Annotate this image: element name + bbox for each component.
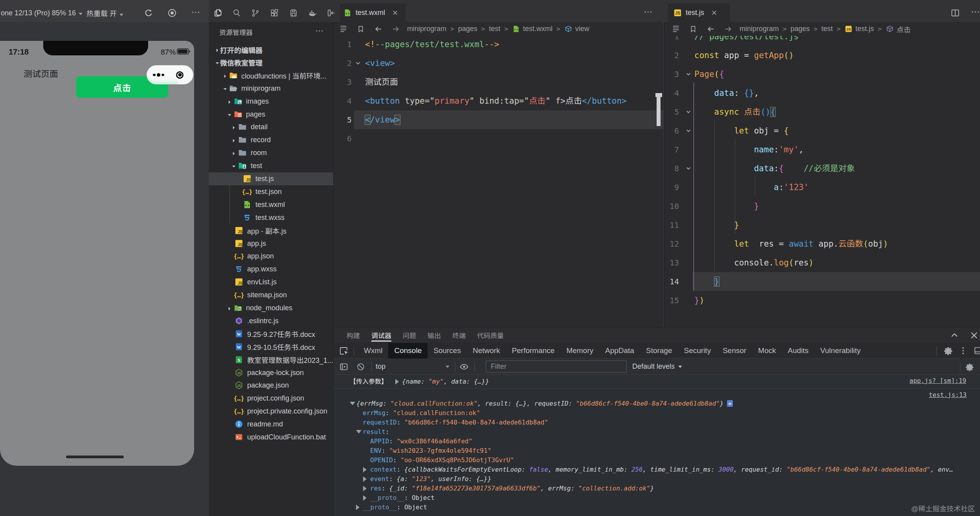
filter-input[interactable]: Filter	[486, 360, 627, 373]
nav-forward-icon[interactable]	[391, 24, 400, 34]
console-property-row[interactable]: result:	[363, 427, 389, 437]
devtools-settings-button[interactable]	[943, 346, 953, 355]
tree-item-_[interactable]: 打开的编辑器	[209, 43, 333, 56]
tree-item-package-lock.json[interactable]: JSpackage-lock.json	[209, 366, 333, 379]
tab-test-wxml[interactable]: test.wxml✕	[338, 4, 406, 22]
breadcrumb-item[interactable]: test	[489, 25, 500, 33]
console-property-row[interactable]: requestID: "b66d86cf-f540-4be0-8a74-aded…	[363, 418, 548, 427]
tree-item-app_-_.js[interactable]: JSapp - 副本.js	[209, 224, 333, 237]
devtools-tab-AppData[interactable]: AppData	[599, 343, 640, 359]
eye-button[interactable]	[459, 362, 469, 371]
expand-arrow-icon[interactable]	[356, 505, 360, 510]
outline-icon[interactable]	[339, 24, 348, 33]
expand-arrow-icon[interactable]	[395, 379, 399, 384]
editor-actions-more[interactable]: ⋯	[644, 7, 653, 17]
device-selector[interactable]: one 12/13 (Pro) 85% 16	[1, 9, 83, 17]
expand-arrow-icon[interactable]	[363, 495, 367, 501]
panel-tab-输出[interactable]: 输出	[428, 328, 441, 343]
breadcrumb-item[interactable]: miniprogram	[740, 25, 779, 33]
console-object-preview[interactable]: {name: "my", data: {…}}	[402, 377, 489, 386]
collapse-panel-button[interactable]	[950, 331, 959, 342]
tree-item-miniprogram[interactable]: miniprogram	[209, 82, 333, 95]
tree-item-uploadCloudFunction.bat[interactable]: uploadCloudFunction.bat	[209, 431, 333, 444]
expand-arrow-icon[interactable]	[350, 402, 355, 405]
breadcrumb-item[interactable]: view	[575, 25, 589, 33]
source-link[interactable]: test.js:13	[929, 391, 967, 399]
tree-item-detail[interactable]: detail	[209, 121, 333, 134]
tree-item-cloudfunctions_...[interactable]: cloudfunctions | 当前环境...	[209, 69, 333, 82]
tree-item-9.29-10.5_.docx[interactable]: W9.29-10.5任务书.docx	[209, 340, 333, 353]
source-link[interactable]: app.js? [sm]:19	[910, 377, 967, 384]
tree-item-project.private.config.json[interactable]: {…}project.private.config.json	[209, 405, 333, 418]
fold-chevron-icon[interactable]	[355, 60, 361, 66]
console-property-row[interactable]: APPID: "wx0c386f46a46a6fed"	[370, 437, 472, 446]
console-message[interactable]: 【传入参数】{name: "my", data: {…}}app.js? [sm…	[334, 375, 980, 389]
devtools-tab-Memory[interactable]: Memory	[560, 343, 599, 359]
devtools-tab-Console[interactable]: Console	[388, 343, 428, 359]
bookmark-icon[interactable]	[689, 24, 697, 33]
editor-actions-more[interactable]: ⋯	[971, 7, 980, 17]
editor-wxml[interactable]: miniprogram>pages>test>test.wxml>view1<!…	[333, 22, 663, 327]
devtools-tab-Mock[interactable]: Mock	[752, 343, 782, 359]
console-property-row[interactable]: {errMsg: "cloud.callFunction:ok", result…	[356, 399, 733, 408]
context-selector[interactable]: top	[376, 362, 450, 371]
hot-reload-toggle[interactable]: 热重载 开	[86, 8, 123, 18]
console-property-row[interactable]: res: {_id: "f18e14fa652273e301757a9a6633…	[370, 484, 654, 493]
panel-tab-终端[interactable]: 终端	[452, 328, 466, 343]
tree-item-test.wxml[interactable]: test.wxml	[209, 198, 333, 211]
tree-item-package.json[interactable]: JSpackage.json	[209, 379, 333, 392]
console-property-row[interactable]: event: {a: "123", userInfo: {…}}	[370, 474, 491, 484]
panel-tab-问题[interactable]: 问题	[403, 328, 416, 343]
nav-forward-icon[interactable]	[723, 24, 733, 34]
tree-item-record[interactable]: record	[209, 134, 333, 146]
tree-item-test[interactable]: test	[209, 159, 333, 172]
split-editor-button[interactable]	[950, 8, 960, 18]
console-property-row[interactable]: __proto__: Object	[363, 503, 427, 512]
panel-tab-构建[interactable]: 构建	[347, 328, 360, 343]
close-panel-button[interactable]	[969, 331, 979, 342]
expand-arrow-icon[interactable]	[363, 467, 367, 472]
breadcrumb-item[interactable]: test.wxml	[523, 25, 552, 33]
tree-item-_[interactable]: 微信教室管理	[209, 56, 333, 69]
tree-item-test.js[interactable]: JStest.js	[209, 172, 333, 185]
devtools-tab-Vulnerability[interactable]: Vulnerability	[815, 343, 867, 359]
tree-item-test.wxss[interactable]: test.wxss	[209, 211, 333, 224]
devtools-tab-Performance[interactable]: Performance	[506, 343, 561, 359]
breadcrumb-item[interactable]: miniprogram	[407, 25, 446, 33]
log-levels-selector[interactable]: Default levels	[632, 362, 682, 371]
tab-test-js[interactable]: JStest.js✕	[668, 4, 730, 22]
explorer-more-button[interactable]: ⋯	[316, 26, 324, 35]
devtools-more-button[interactable]	[958, 346, 968, 355]
close-icon[interactable]: ✕	[392, 9, 398, 17]
console-property-row[interactable]: OPENID: "oo-OR66xdXSq8Pn5JD6otjT3GvrU"	[370, 456, 514, 465]
tree-item-test.json[interactable]: {…}test.json	[209, 185, 333, 198]
nav-back-icon[interactable]	[706, 24, 716, 34]
simulator-more-button[interactable]: ⋯	[191, 7, 201, 17]
stop-button[interactable]	[167, 8, 177, 18]
devtools-tab-Network[interactable]: Network	[467, 343, 506, 359]
inspect-element-button[interactable]	[339, 345, 350, 356]
fold-chevron-icon[interactable]	[685, 109, 692, 115]
dock-side-button[interactable]	[973, 346, 980, 355]
scrollbar-thumb[interactable]	[655, 93, 662, 126]
outline-icon[interactable]	[672, 24, 680, 33]
console-property-row[interactable]: __proto__: Object	[370, 493, 435, 503]
tree-item-9.25-9.27_.docx[interactable]: W9.25-9.27任务书.docx	[209, 328, 333, 340]
tree-item-readme.md[interactable]: readme.md	[209, 418, 333, 431]
devtools-tab-Sensor[interactable]: Sensor	[717, 343, 752, 359]
tree-item-node_modules[interactable]: node_modules	[209, 302, 333, 315]
tree-item-app.js[interactable]: JSapp.js	[209, 237, 333, 250]
editor-js[interactable]: miniprogram>pages>test>JStest.js>点击1// p…	[664, 22, 980, 327]
tree-item-project.config.json[interactable]: {…}project.config.json	[209, 392, 333, 405]
console-settings-button[interactable]	[960, 362, 974, 371]
console-property-row[interactable]: context: {callbackWaitsForEmptyEventLoop…	[370, 465, 953, 474]
devtools-tab-Audits[interactable]: Audits	[782, 343, 815, 359]
tree-item-pages[interactable]: <>pages	[209, 108, 333, 121]
tree-item-sitemap.json[interactable]: {…}sitemap.json	[209, 289, 333, 302]
fold-chevron-icon[interactable]	[685, 71, 692, 77]
breadcrumb-item[interactable]: test.js	[855, 25, 874, 33]
tree-item-images[interactable]: images	[209, 95, 333, 108]
expand-arrow-icon[interactable]	[363, 486, 367, 491]
devtools-tab-Storage[interactable]: Storage	[640, 343, 678, 359]
devtools-tab-Sources[interactable]: Sources	[428, 343, 467, 359]
